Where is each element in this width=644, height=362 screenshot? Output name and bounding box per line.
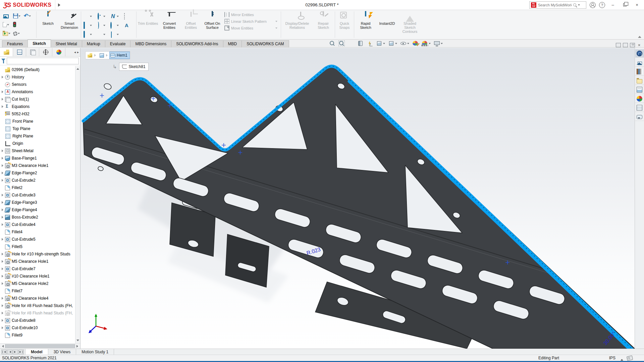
restore-button[interactable]	[621, 2, 629, 8]
sketch-button[interactable]: Sketch	[37, 10, 59, 39]
expand-arrow-icon[interactable]	[1, 326, 5, 329]
command-tab-sheet-metal[interactable]: Sheet Metal	[51, 40, 82, 47]
expand-arrow-icon[interactable]	[1, 260, 5, 263]
tree-item[interactable]: Cut-Extrude5	[0, 236, 80, 243]
tree-item[interactable]: Top Plane	[0, 125, 80, 132]
tab-featuremanager-tree[interactable]	[0, 48, 13, 56]
ellipse-tool[interactable]	[109, 22, 122, 28]
rectangle-tool[interactable]	[82, 22, 95, 28]
circle-tool[interactable]	[95, 13, 109, 19]
breadcrumb-part-icon[interactable]	[88, 53, 92, 58]
open-button[interactable]	[3, 31, 13, 36]
tree-item[interactable]: 5052-H32	[0, 110, 80, 118]
scroll-down-icon[interactable]	[76, 340, 79, 343]
tree-item[interactable]: Base-Flange1	[0, 155, 80, 162]
command-tab-solidworks-cam[interactable]: SOLIDWORKS CAM	[241, 40, 289, 47]
expand-arrow-icon[interactable]	[1, 275, 5, 278]
home-button[interactable]	[3, 13, 13, 18]
text-tool[interactable]: A	[122, 22, 136, 28]
zoom-area-icon[interactable]	[338, 41, 345, 46]
taskpane-home-icon[interactable]	[635, 58, 644, 67]
doc-tab-model[interactable]: Model	[25, 349, 48, 355]
view-settings-icon[interactable]	[434, 41, 440, 46]
tree-item[interactable]: Cut-Extrude3	[0, 191, 80, 199]
command-tab-evaluate[interactable]: Evaluate	[105, 40, 131, 47]
search-input[interactable]	[538, 3, 572, 7]
tab-configurationmanager[interactable]	[26, 48, 39, 56]
tree-item[interactable]: M3 Clearance Hole1	[0, 162, 80, 169]
edit-appearance-icon[interactable]	[412, 41, 419, 46]
taskpane-view-palette-icon[interactable]	[635, 85, 644, 94]
panel-tab-scroll-left-icon[interactable]: ◂	[74, 50, 76, 54]
tree-root-item[interactable]: 02996 (Default)	[0, 66, 80, 73]
last-tab-icon[interactable]	[18, 350, 24, 354]
tree-item[interactable]: Sheet-Metal	[0, 147, 80, 155]
taskpane-3dexperience-icon[interactable]	[635, 49, 644, 58]
ribbon-collapse-icon[interactable]	[638, 34, 641, 38]
tree-item[interactable]: Sensors	[0, 81, 80, 88]
rapid-sketch-button[interactable]: Rapid Sketch	[355, 10, 376, 39]
tree-item[interactable]: Cut list(1)	[0, 96, 80, 103]
tab-dimxpertmanager[interactable]	[39, 48, 52, 56]
sketch-fillet-tool[interactable]	[109, 32, 122, 37]
expand-arrow-icon[interactable]	[1, 319, 5, 322]
apply-scene-icon[interactable]	[422, 41, 428, 46]
scroll-up-icon[interactable]	[76, 67, 79, 70]
command-tab-sketch[interactable]: Sketch	[28, 40, 51, 47]
tree-item[interactable]: Hole for #8 Flush head Studs (FH,	[0, 302, 80, 309]
tab-propertymanager[interactable]	[13, 48, 26, 56]
user-account-icon[interactable]	[590, 2, 596, 8]
tree-item[interactable]: Fillet5	[0, 243, 80, 250]
tree-item[interactable]: Annotations	[0, 88, 80, 96]
status-units[interactable]: IPS	[609, 356, 615, 360]
tree-item[interactable]: M3 Clearance Hole4	[0, 295, 80, 302]
tree-item[interactable]: Boss-Extrude2	[0, 214, 80, 221]
help-icon[interactable]: ?	[599, 2, 605, 8]
expand-arrow-icon[interactable]	[1, 267, 5, 270]
expand-arrow-icon[interactable]	[1, 304, 5, 307]
tree-item[interactable]: History	[0, 73, 80, 81]
tree-item[interactable]: M5 Clearance Hole2	[0, 280, 80, 287]
close-button[interactable]: ×	[633, 2, 641, 8]
command-tab-solidworks-add-ins[interactable]: SOLIDWORKS Add-Ins	[171, 40, 223, 47]
tree-item[interactable]: Cut-Extrude8	[0, 317, 80, 324]
search-icon[interactable]	[573, 3, 576, 6]
undo-button[interactable]: ↶	[24, 13, 34, 18]
point-tool[interactable]	[122, 32, 136, 37]
units-caret-icon[interactable]	[621, 358, 623, 361]
expand-arrow-icon[interactable]	[1, 157, 5, 160]
taskpane-file-explorer-icon[interactable]	[635, 76, 644, 85]
minimize-button[interactable]: –	[608, 2, 617, 8]
taskpane-forum-icon[interactable]	[635, 113, 644, 121]
tree-filter-input[interactable]	[7, 58, 79, 64]
expand-arrow-icon[interactable]	[1, 98, 5, 101]
tree-item[interactable]: Fillet4	[0, 228, 80, 236]
expand-arrow-icon[interactable]	[1, 105, 5, 108]
command-tab-markup[interactable]: Markup	[82, 40, 105, 47]
tree-item[interactable]: Edge-Flange4	[0, 206, 80, 214]
doc-new-window-icon[interactable]	[623, 43, 628, 47]
annotation-view-icon[interactable]	[367, 41, 373, 46]
convert-entities-button[interactable]: Convert Entities	[159, 10, 180, 39]
previous-view-icon[interactable]	[348, 41, 354, 46]
tree-item[interactable]: Equations	[0, 103, 80, 110]
tree-item[interactable]: Cut-Extrude4	[0, 221, 80, 228]
breadcrumb-body-icon[interactable]	[100, 53, 104, 58]
doc-close-icon[interactable]: ×	[637, 43, 641, 47]
taskpane-appearances-icon[interactable]	[635, 95, 644, 103]
command-tab-mbd-dimensions[interactable]: MBD Dimensions	[130, 40, 171, 47]
line-tool[interactable]	[82, 13, 95, 19]
tree-vertical-scrollbar[interactable]	[75, 66, 80, 343]
tree-item[interactable]: Hole for #10 High-strength Studs	[0, 250, 80, 258]
doc-tab-3d-views[interactable]: 3D Views	[48, 349, 76, 355]
scrollbar-thumb[interactable]	[5, 344, 75, 348]
expand-arrow-icon[interactable]	[1, 238, 5, 241]
expand-arrow-icon[interactable]	[1, 216, 5, 219]
taskpane-custom-properties-icon[interactable]	[635, 104, 644, 112]
breadcrumb[interactable]: Hem1	[85, 51, 130, 59]
options-button[interactable]	[13, 31, 23, 36]
panel-tab-scroll-right-icon[interactable]: ▸	[77, 50, 79, 54]
part-3d-view[interactable]: R.023 30.00°	[80, 48, 635, 349]
expand-arrow-icon[interactable]	[1, 253, 5, 255]
tree-horizontal-scrollbar[interactable]	[0, 343, 80, 349]
